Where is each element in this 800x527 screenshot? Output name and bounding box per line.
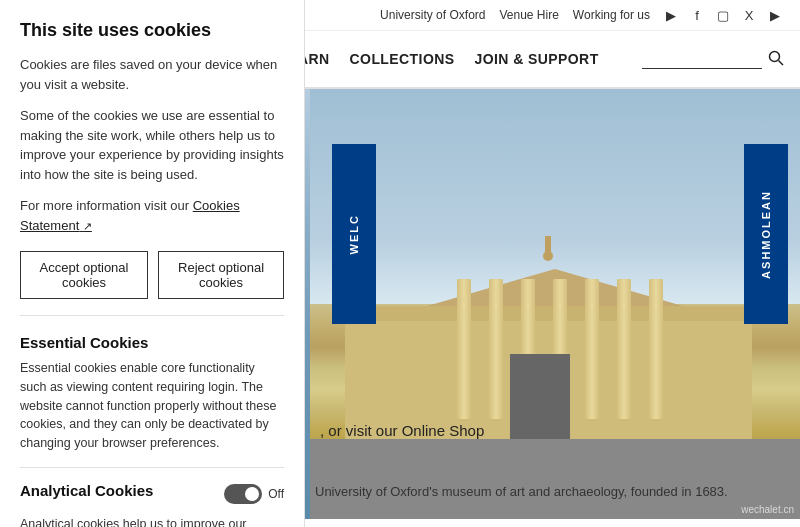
banner-left-text: WELC: [348, 214, 360, 254]
cookie-intro-1: Cookies are files saved on your device w…: [20, 55, 284, 94]
cookie-title: This site uses cookies: [20, 20, 284, 41]
column-7: [649, 279, 663, 419]
cookie-intro-2: Some of the cookies we use are essential…: [20, 106, 284, 184]
analytical-toggle-label: Off: [268, 487, 284, 501]
banner-left: WELC: [332, 144, 376, 324]
column-6: [617, 279, 631, 419]
analytical-cookies-text: Analytical cookies help us to improve ou…: [20, 515, 284, 527]
column-1: [457, 279, 471, 419]
social-icons: ▶ f ▢ X ▶: [662, 6, 784, 24]
subtitle-text: University of Oxford's museum of art and…: [315, 484, 790, 499]
cookie-info-prefix: For more information visit our: [20, 198, 193, 213]
essential-cookies-title: Essential Cookies: [20, 334, 284, 351]
ground: [310, 439, 800, 519]
facebook-icon[interactable]: f: [688, 6, 706, 24]
analytical-toggle[interactable]: Off: [224, 484, 284, 504]
top-bar-links: University of Oxford Venue Hire Working …: [380, 8, 650, 22]
analytical-cookies-title: Analytical Cookies: [20, 482, 153, 499]
essential-cookies-text: Essential cookies enable core functional…: [20, 359, 284, 453]
external-link-icon: ↗: [83, 220, 92, 232]
welcome-text: , or visit our Online Shop: [320, 422, 484, 439]
reject-cookies-button[interactable]: Reject optional cookies: [158, 251, 284, 299]
column-2: [489, 279, 503, 419]
divider-2: [20, 467, 284, 468]
cookie-buttons: Accept optional cookies Reject optional …: [20, 251, 284, 299]
venue-hire-link[interactable]: Venue Hire: [499, 8, 558, 22]
watermark: wechalet.cn: [741, 504, 794, 515]
banner-right-text: ASHMOLEAN: [760, 190, 772, 279]
nav-collections[interactable]: COLLECTIONS: [350, 51, 455, 67]
svg-line-3: [779, 60, 784, 65]
divider-1: [20, 315, 284, 316]
cookie-info-line: For more information visit our Cookies S…: [20, 196, 284, 235]
cookie-overlay: This site uses cookies Cookies are files…: [0, 0, 305, 527]
subtitle-label: University of Oxford's museum of art and…: [315, 484, 728, 499]
nav-join-support[interactable]: JOIN & SUPPORT: [475, 51, 599, 67]
instagram-icon[interactable]: ▢: [714, 6, 732, 24]
accept-cookies-button[interactable]: Accept optional cookies: [20, 251, 148, 299]
uni-oxford-link[interactable]: University of Oxford: [380, 8, 485, 22]
svg-point-2: [770, 51, 780, 61]
twitter-icon[interactable]: X: [740, 6, 758, 24]
tiktok-icon[interactable]: ▶: [662, 6, 680, 24]
youtube-icon[interactable]: ▶: [766, 6, 784, 24]
analytical-toggle-thumb: [245, 487, 259, 501]
column-5: [585, 279, 599, 419]
banner-right: ASHMOLEAN: [744, 144, 788, 324]
analytical-toggle-track[interactable]: [224, 484, 262, 504]
nav-search: [642, 49, 784, 69]
welcome-label: , or visit our Online Shop: [320, 422, 484, 439]
museum-door: [510, 354, 570, 439]
search-input[interactable]: [642, 49, 762, 69]
working-for-us-link[interactable]: Working for us: [573, 8, 650, 22]
search-icon[interactable]: [768, 50, 784, 69]
analytical-cookies-row: Analytical Cookies Off: [20, 482, 284, 507]
